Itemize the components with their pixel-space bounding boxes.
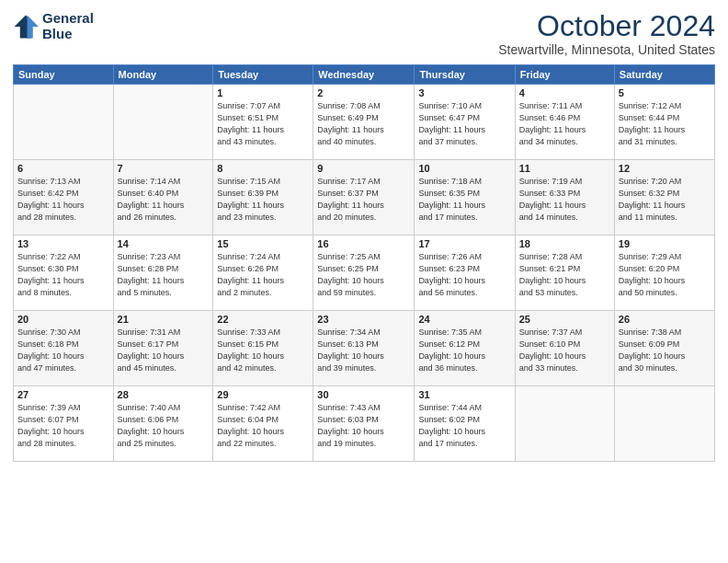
calendar-week-row: 1Sunrise: 7:07 AM Sunset: 6:51 PM Daylig… xyxy=(14,85,715,160)
day-number: 3 xyxy=(418,87,510,98)
day-number: 15 xyxy=(217,238,309,249)
weekday-header: Monday xyxy=(113,65,213,85)
day-number: 13 xyxy=(17,238,109,249)
calendar-day-cell: 17Sunrise: 7:26 AM Sunset: 6:23 PM Dayli… xyxy=(415,236,515,311)
day-info: Sunrise: 7:31 AM Sunset: 6:17 PM Dayligh… xyxy=(118,327,210,374)
day-info: Sunrise: 7:35 AM Sunset: 6:12 PM Dayligh… xyxy=(418,327,510,374)
day-info: Sunrise: 7:17 AM Sunset: 6:37 PM Dayligh… xyxy=(317,176,410,224)
page: General Blue October 2024 Stewartville, … xyxy=(0,0,728,563)
calendar-day-cell: 8Sunrise: 7:15 AM Sunset: 6:39 PM Daylig… xyxy=(213,160,313,236)
calendar-day-cell: 12Sunrise: 7:20 AM Sunset: 6:32 PM Dayli… xyxy=(614,160,714,236)
day-info: Sunrise: 7:18 AM Sunset: 6:35 PM Dayligh… xyxy=(418,176,510,224)
calendar-day-cell: 7Sunrise: 7:14 AM Sunset: 6:40 PM Daylig… xyxy=(113,160,213,236)
day-info: Sunrise: 7:42 AM Sunset: 6:04 PM Dayligh… xyxy=(217,402,309,450)
month-title: October 2024 xyxy=(498,11,715,40)
day-info: Sunrise: 7:12 AM Sunset: 6:44 PM Dayligh… xyxy=(619,100,711,148)
day-info: Sunrise: 7:08 AM Sunset: 6:49 PM Dayligh… xyxy=(317,100,410,148)
calendar-day-cell: 18Sunrise: 7:28 AM Sunset: 6:21 PM Dayli… xyxy=(515,236,614,311)
day-number: 12 xyxy=(619,163,711,174)
calendar-day-cell: 10Sunrise: 7:18 AM Sunset: 6:35 PM Dayli… xyxy=(415,160,515,236)
calendar-day-cell xyxy=(14,85,114,160)
calendar-day-cell: 16Sunrise: 7:25 AM Sunset: 6:25 PM Dayli… xyxy=(313,236,415,311)
day-number: 26 xyxy=(619,314,711,325)
weekday-header: Wednesday xyxy=(313,65,415,85)
day-number: 1 xyxy=(217,87,309,98)
logo-icon xyxy=(13,14,39,40)
day-info: Sunrise: 7:19 AM Sunset: 6:33 PM Dayligh… xyxy=(519,176,610,224)
day-number: 21 xyxy=(118,314,210,325)
day-number: 6 xyxy=(17,163,109,174)
calendar: SundayMondayTuesdayWednesdayThursdayFrid… xyxy=(13,64,715,462)
calendar-day-cell xyxy=(113,85,213,160)
logo-line2: Blue xyxy=(42,26,73,41)
calendar-day-cell xyxy=(515,386,614,462)
calendar-day-cell: 31Sunrise: 7:44 AM Sunset: 6:02 PM Dayli… xyxy=(415,386,515,462)
day-info: Sunrise: 7:25 AM Sunset: 6:25 PM Dayligh… xyxy=(317,251,410,299)
calendar-day-cell: 11Sunrise: 7:19 AM Sunset: 6:33 PM Dayli… xyxy=(515,160,614,236)
day-info: Sunrise: 7:29 AM Sunset: 6:20 PM Dayligh… xyxy=(619,251,711,299)
header: General Blue October 2024 Stewartville, … xyxy=(13,11,715,57)
day-info: Sunrise: 7:44 AM Sunset: 6:02 PM Dayligh… xyxy=(418,402,510,450)
day-info: Sunrise: 7:28 AM Sunset: 6:21 PM Dayligh… xyxy=(519,251,610,299)
weekday-header: Thursday xyxy=(415,65,515,85)
day-info: Sunrise: 7:39 AM Sunset: 6:07 PM Dayligh… xyxy=(17,402,109,450)
weekday-header: Tuesday xyxy=(213,65,313,85)
day-info: Sunrise: 7:24 AM Sunset: 6:26 PM Dayligh… xyxy=(217,251,309,299)
calendar-day-cell: 13Sunrise: 7:22 AM Sunset: 6:30 PM Dayli… xyxy=(14,236,114,311)
calendar-day-cell: 2Sunrise: 7:08 AM Sunset: 6:49 PM Daylig… xyxy=(313,85,415,160)
day-number: 29 xyxy=(217,389,309,400)
day-number: 20 xyxy=(17,314,109,325)
title-block: October 2024 Stewartville, Minnesota, Un… xyxy=(498,11,715,57)
day-number: 19 xyxy=(619,238,711,249)
day-number: 8 xyxy=(217,163,309,174)
calendar-day-cell: 19Sunrise: 7:29 AM Sunset: 6:20 PM Dayli… xyxy=(614,236,714,311)
weekday-header: Saturday xyxy=(614,65,714,85)
day-number: 25 xyxy=(519,314,610,325)
day-number: 22 xyxy=(217,314,309,325)
day-number: 5 xyxy=(619,87,711,98)
day-number: 10 xyxy=(418,163,510,174)
calendar-day-cell: 20Sunrise: 7:30 AM Sunset: 6:18 PM Dayli… xyxy=(14,311,114,386)
day-info: Sunrise: 7:34 AM Sunset: 6:13 PM Dayligh… xyxy=(317,327,410,374)
day-number: 7 xyxy=(118,163,210,174)
calendar-day-cell: 26Sunrise: 7:38 AM Sunset: 6:09 PM Dayli… xyxy=(614,311,714,386)
day-info: Sunrise: 7:22 AM Sunset: 6:30 PM Dayligh… xyxy=(17,251,109,299)
day-info: Sunrise: 7:11 AM Sunset: 6:46 PM Dayligh… xyxy=(519,100,610,148)
day-number: 27 xyxy=(17,389,109,400)
day-number: 2 xyxy=(317,87,410,98)
day-number: 16 xyxy=(317,238,410,249)
calendar-day-cell: 3Sunrise: 7:10 AM Sunset: 6:47 PM Daylig… xyxy=(415,85,515,160)
calendar-day-cell: 29Sunrise: 7:42 AM Sunset: 6:04 PM Dayli… xyxy=(213,386,313,462)
day-number: 9 xyxy=(317,163,410,174)
day-info: Sunrise: 7:10 AM Sunset: 6:47 PM Dayligh… xyxy=(418,100,510,148)
calendar-day-cell xyxy=(614,386,714,462)
calendar-day-cell: 25Sunrise: 7:37 AM Sunset: 6:10 PM Dayli… xyxy=(515,311,614,386)
day-info: Sunrise: 7:40 AM Sunset: 6:06 PM Dayligh… xyxy=(118,402,210,450)
day-info: Sunrise: 7:20 AM Sunset: 6:32 PM Dayligh… xyxy=(619,176,711,224)
calendar-header-row: SundayMondayTuesdayWednesdayThursdayFrid… xyxy=(14,65,715,85)
calendar-day-cell: 15Sunrise: 7:24 AM Sunset: 6:26 PM Dayli… xyxy=(213,236,313,311)
day-number: 28 xyxy=(118,389,210,400)
calendar-week-row: 13Sunrise: 7:22 AM Sunset: 6:30 PM Dayli… xyxy=(14,236,715,311)
calendar-day-cell: 24Sunrise: 7:35 AM Sunset: 6:12 PM Dayli… xyxy=(415,311,515,386)
calendar-day-cell: 28Sunrise: 7:40 AM Sunset: 6:06 PM Dayli… xyxy=(113,386,213,462)
day-info: Sunrise: 7:37 AM Sunset: 6:10 PM Dayligh… xyxy=(519,327,610,374)
day-info: Sunrise: 7:38 AM Sunset: 6:09 PM Dayligh… xyxy=(619,327,711,374)
calendar-day-cell: 9Sunrise: 7:17 AM Sunset: 6:37 PM Daylig… xyxy=(313,160,415,236)
calendar-week-row: 20Sunrise: 7:30 AM Sunset: 6:18 PM Dayli… xyxy=(14,311,715,386)
day-info: Sunrise: 7:30 AM Sunset: 6:18 PM Dayligh… xyxy=(17,327,109,374)
logo-line1: General xyxy=(42,10,94,26)
day-info: Sunrise: 7:14 AM Sunset: 6:40 PM Dayligh… xyxy=(118,176,210,224)
calendar-week-row: 6Sunrise: 7:13 AM Sunset: 6:42 PM Daylig… xyxy=(14,160,715,236)
day-info: Sunrise: 7:07 AM Sunset: 6:51 PM Dayligh… xyxy=(217,100,309,148)
calendar-day-cell: 30Sunrise: 7:43 AM Sunset: 6:03 PM Dayli… xyxy=(313,386,415,462)
calendar-day-cell: 27Sunrise: 7:39 AM Sunset: 6:07 PM Dayli… xyxy=(14,386,114,462)
day-info: Sunrise: 7:43 AM Sunset: 6:03 PM Dayligh… xyxy=(317,402,410,450)
day-info: Sunrise: 7:13 AM Sunset: 6:42 PM Dayligh… xyxy=(17,176,109,224)
logo: General Blue xyxy=(13,11,94,41)
day-number: 30 xyxy=(317,389,410,400)
day-info: Sunrise: 7:23 AM Sunset: 6:28 PM Dayligh… xyxy=(118,251,210,299)
logo-text: General Blue xyxy=(42,11,94,41)
day-info: Sunrise: 7:15 AM Sunset: 6:39 PM Dayligh… xyxy=(217,176,309,224)
day-number: 4 xyxy=(519,87,610,98)
